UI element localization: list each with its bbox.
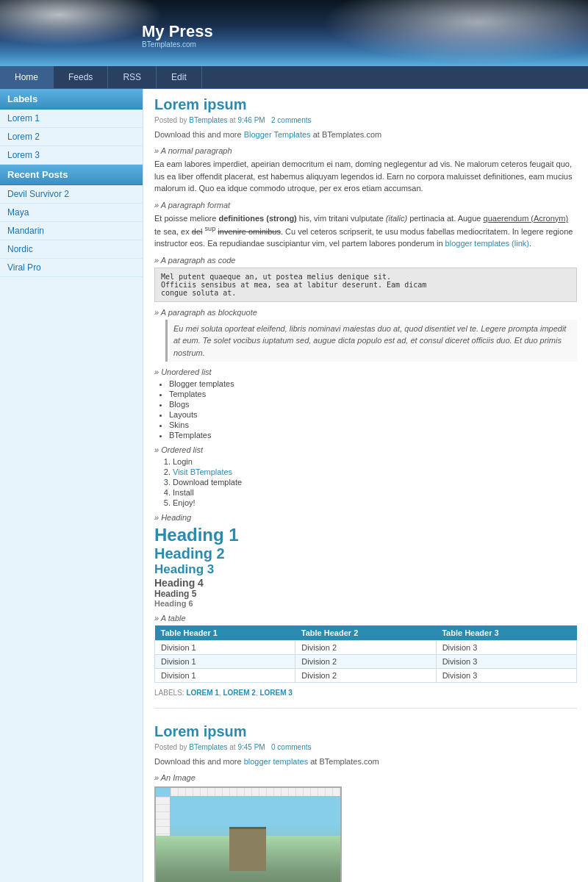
ordered-list: Login Visit BTemplates Download template… (158, 457, 577, 507)
section-blockquote-label: » A paragraph as blockquote (154, 308, 577, 317)
site-url: BTemplates.com (142, 40, 196, 49)
sidebar: Labels Lorem 1 Lorem 2 Lorem 3 Recent Po… (0, 89, 143, 882)
main-layout: Labels Lorem 1 Lorem 2 Lorem 3 Recent Po… (0, 89, 588, 882)
sidebar-recent-5[interactable]: Viral Pro (0, 259, 143, 277)
label-link-3[interactable]: LOREM 3 (259, 689, 292, 697)
post-1-author[interactable]: BTemplates (189, 116, 227, 124)
sidebar-recent-2[interactable]: Maya (0, 204, 143, 222)
section-normal-label: » A normal paragraph (154, 146, 577, 155)
sidebar-label-2[interactable]: Lorem 2 (0, 128, 143, 146)
text-sup: sup (205, 225, 216, 232)
heading-1: Heading 1 (154, 525, 577, 545)
post-1-comments[interactable]: 2 comments (271, 116, 311, 124)
sidebar-recent-3[interactable]: Mandarin (0, 222, 143, 240)
text-italic: (italic) (386, 214, 407, 223)
heading-3: Heading 3 (154, 562, 577, 577)
header: My Press BTemplates.com (0, 0, 588, 66)
post-1-download-link[interactable]: Blogger Templates (244, 130, 311, 139)
post-1-download: Download this and more Blogger Templates… (154, 130, 577, 139)
section-headings-label: » Heading (154, 513, 577, 522)
section-normal-text: Ea eam labores imperdiet, apeirian democ… (154, 158, 577, 195)
section-code-label: » A paragraph as code (154, 256, 577, 265)
post-2: Lorem ipsum Posted by BTemplates at 9:45… (154, 723, 577, 882)
post-1-meta: Posted by BTemplates at 9:46 PM 2 commen… (154, 116, 577, 124)
code-block: Mel putent quaeque an, ut postea melius … (154, 268, 577, 302)
labels-header: Labels (0, 89, 143, 110)
post-2-title[interactable]: Lorem ipsum (154, 723, 577, 740)
text-bold: definitiones (strong) (218, 214, 296, 223)
nav-bar: Home Feeds RSS Edit (0, 66, 588, 89)
nav-edit[interactable]: Edit (157, 66, 202, 88)
recent-posts-header: Recent Posts (0, 165, 143, 185)
table-header-1: Table Header 1 (155, 625, 295, 641)
nav-feeds[interactable]: Feeds (54, 66, 108, 88)
post-image (154, 786, 342, 882)
sidebar-recent-4[interactable]: Nordic (0, 240, 143, 259)
heading-5: Heading 5 (154, 589, 577, 599)
list-item: Login (173, 457, 577, 466)
text-strike: invenire ominibus (218, 227, 281, 236)
heading-2: Heading 2 (154, 545, 577, 562)
section-image-label: » An Image (154, 773, 577, 782)
post-2-comments[interactable]: 0 comments (271, 743, 311, 751)
table-header-3: Table Header 3 (436, 625, 576, 641)
sidebar-label-3[interactable]: Lorem 3 (0, 146, 143, 165)
blockquote: Eu mei soluta oporteat eleifend, libris … (165, 320, 577, 362)
list-item: Skins (169, 420, 577, 429)
post-2-download-link[interactable]: blogger templates (244, 757, 308, 766)
table-row: Division 1 Division 2 Division 3 (155, 669, 577, 683)
post-2-download: Download this and more blogger templates… (154, 757, 577, 766)
post-2-meta: Posted by BTemplates at 9:45 PM 0 commen… (154, 743, 577, 751)
ordered-list-link[interactable]: Visit BTemplates (173, 467, 232, 476)
format-link[interactable]: blogger templates (link) (445, 239, 529, 248)
text-acronym: quaerendum (Acronym) (484, 214, 569, 223)
list-item: Blogger templates (169, 379, 577, 388)
post-1-labels: LABELS: LOREM 1, LOREM 2, LOREM 3 (154, 689, 577, 697)
section-ol-label: » Ordered list (154, 445, 577, 454)
heading-6: Heading 6 (154, 599, 577, 608)
post-2-time[interactable]: 9:45 PM (237, 743, 265, 751)
post-1-title[interactable]: Lorem ipsum (154, 96, 577, 113)
table-header-2: Table Header 2 (295, 625, 436, 641)
section-format-text: Et poisse meliore definitiones (strong) … (154, 212, 577, 250)
sidebar-recent-1[interactable]: Devil Survivor 2 (0, 185, 143, 204)
list-item: BTemplates (169, 431, 577, 440)
label-link-2[interactable]: LOREM 2 (223, 689, 255, 697)
list-item: Install (173, 488, 577, 497)
section-ul-label: » Unordered list (154, 368, 577, 376)
table-row: Division 1 Division 2 Division 3 (155, 655, 577, 669)
nav-rss[interactable]: RSS (108, 66, 157, 88)
post-1-time[interactable]: 9:46 PM (237, 116, 265, 124)
unordered-list: Blogger templates Templates Blogs Layout… (169, 379, 577, 440)
section-format-label: » A paragraph format (154, 201, 577, 209)
label-link-1[interactable]: LOREM 1 (186, 689, 218, 697)
post-2-author[interactable]: BTemplates (189, 743, 227, 751)
text-del: del (192, 227, 203, 236)
nav-home[interactable]: Home (0, 66, 54, 88)
list-item: Enjoy! (173, 498, 577, 507)
site-title: My Press (142, 22, 213, 41)
list-item: Layouts (169, 410, 577, 419)
sidebar-label-1[interactable]: Lorem 1 (0, 110, 143, 128)
list-item: Visit BTemplates (173, 467, 577, 476)
heading-4: Heading 4 (154, 577, 577, 589)
header-clouds (0, 0, 588, 66)
list-item: Templates (169, 390, 577, 398)
section-table-label: » A table (154, 614, 577, 623)
main-content: Lorem ipsum Posted by BTemplates at 9:46… (143, 89, 588, 882)
post-table: Table Header 1 Table Header 2 Table Head… (154, 625, 577, 683)
table-row: Division 1 Division 2 Division 3 (155, 641, 577, 655)
ruler-top (171, 788, 340, 797)
post-1: Lorem ipsum Posted by BTemplates at 9:46… (154, 96, 577, 709)
list-item: Blogs (169, 400, 577, 409)
list-item: Download template (173, 478, 577, 487)
image-ruin (229, 827, 266, 871)
